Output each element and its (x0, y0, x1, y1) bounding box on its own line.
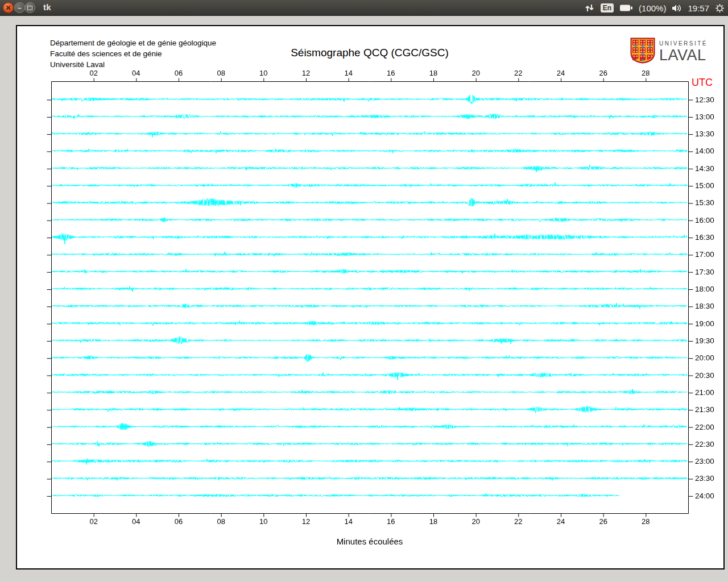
x-tick-label-top: 16 (378, 69, 403, 77)
window-title: tk (43, 2, 51, 12)
x-tick-label-top: 18 (421, 69, 446, 77)
x-tick-label-bottom: 02 (81, 517, 106, 526)
x-tick-label-bottom: 04 (123, 517, 148, 526)
x-tick-label-top: 14 (336, 69, 361, 77)
utc-row-label: 15:30 (695, 198, 714, 207)
utc-axis-title: UTC (692, 77, 713, 89)
desktop: { "window": { "title": "tk", "close_glyp… (0, 0, 728, 582)
utc-row-label: 13:00 (695, 113, 714, 121)
utc-row-label: 20:00 (695, 354, 714, 362)
utc-row-label: 17:00 (695, 250, 714, 259)
x-tick-label-bottom: 10 (251, 517, 276, 526)
utc-row-label: 22:30 (695, 440, 714, 448)
window-close-button[interactable]: ✕ (3, 2, 14, 13)
seismograph-window-content: Département de géologie et de génie géol… (16, 25, 725, 569)
x-tick-label-top: 06 (166, 69, 191, 77)
utc-row-label: 14:30 (695, 164, 714, 173)
x-tick-label-top: 12 (293, 69, 318, 77)
utc-row-label: 20:30 (695, 371, 714, 380)
battery-percent-label: (100%) (639, 3, 666, 13)
utc-row-label: 22:00 (695, 423, 714, 431)
utc-row-label: 21:30 (695, 405, 714, 414)
x-tick-label-top: 08 (209, 69, 234, 77)
utc-row-label: 23:00 (695, 457, 714, 465)
x-tick-label-top: 24 (548, 69, 573, 77)
x-axis-title: Minutes écoulées (51, 537, 688, 546)
x-tick-label-bottom: 12 (293, 517, 318, 526)
x-tick-label-top: 22 (506, 69, 531, 77)
window-titlebar[interactable]: ✕ – tk En (100%) 19:57 (0, 0, 728, 16)
x-tick-label-bottom: 20 (464, 517, 489, 526)
utc-row-label: 18:00 (695, 285, 714, 293)
utc-row-label: 12:30 (695, 95, 714, 104)
x-tick-label-top: 10 (251, 69, 276, 77)
x-tick-label-top: 26 (591, 69, 616, 77)
battery-icon[interactable] (619, 4, 633, 12)
x-tick-label-bottom: 24 (548, 517, 573, 526)
x-tick-label-top: 02 (81, 69, 106, 77)
utc-row-label: 23:30 (695, 474, 714, 483)
utc-row-label: 16:30 (695, 233, 714, 242)
utc-row-label: 17:30 (695, 268, 714, 276)
utc-row-label: 19:00 (695, 319, 714, 328)
x-tick-label-top: 20 (464, 69, 489, 77)
utc-row-label: 14:00 (695, 147, 714, 155)
minimize-icon: – (18, 3, 22, 12)
utc-row-label: 15:00 (695, 181, 714, 190)
x-tick-label-top: 04 (123, 69, 148, 77)
x-tick-label-bottom: 06 (166, 517, 191, 526)
maximize-icon (27, 6, 32, 10)
utc-row-label: 21:00 (695, 388, 714, 397)
close-icon: ✕ (5, 5, 11, 11)
sync-arrows-icon[interactable] (585, 3, 595, 13)
utc-row-label: 16:00 (695, 216, 714, 225)
session-gear-icon[interactable] (715, 3, 725, 13)
x-tick-label-bottom: 14 (336, 517, 361, 526)
window-maximize-button[interactable] (24, 2, 35, 13)
keyboard-layout-indicator[interactable]: En (601, 3, 614, 13)
x-tick-label-bottom: 22 (506, 517, 531, 526)
utc-row-label: 13:30 (695, 130, 714, 138)
x-tick-label-bottom: 16 (378, 517, 403, 526)
window-minimize-button[interactable]: – (14, 2, 25, 13)
utc-row-label: 19:30 (695, 336, 714, 345)
x-tick-label-top: 28 (633, 69, 658, 77)
helicorder-plot (17, 26, 723, 568)
clock-label[interactable]: 19:57 (688, 3, 709, 13)
utc-row-label: 24:00 (695, 492, 714, 500)
x-tick-label-bottom: 08 (209, 517, 234, 526)
system-tray: En (100%) 19:57 (585, 0, 725, 16)
x-tick-label-bottom: 18 (421, 517, 446, 526)
utc-row-label: 18:30 (695, 302, 714, 310)
x-tick-label-bottom: 28 (633, 517, 658, 526)
volume-icon[interactable] (672, 4, 682, 13)
x-tick-label-bottom: 26 (591, 517, 616, 526)
